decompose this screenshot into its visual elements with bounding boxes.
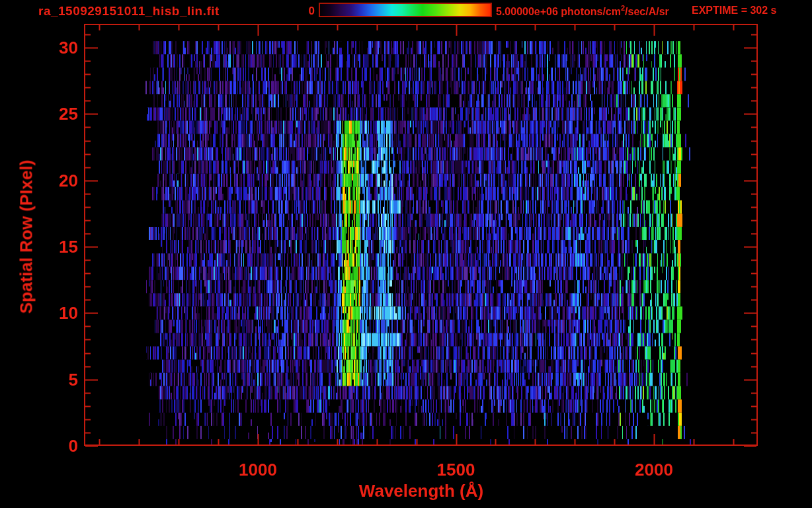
plot-window: ra_150929151011_hisb_lin.fit 0 5.00000e+… xyxy=(0,0,812,508)
spectrogram-canvas xyxy=(0,0,812,508)
x-tick-label: 1500 xyxy=(417,458,496,481)
y-tick-label: 25 xyxy=(33,103,78,125)
colorbar xyxy=(319,3,492,17)
colorbar-max-label: 5.00000e+06 photons/cm2/sec/A/sr xyxy=(496,5,669,18)
y-tick-label: 5 xyxy=(33,368,78,391)
colorbar-max-label-prefix: 5.00000e+06 photons/cm xyxy=(496,6,621,17)
filename-title: ra_150929151011_hisb_lin.fit xyxy=(38,4,220,19)
colorbar-max-label-suffix: /sec/A/sr xyxy=(625,6,669,17)
exptime-label: EXPTIME = 302 s xyxy=(692,5,777,17)
x-axis-title: Wavelength (Å) xyxy=(315,481,527,501)
colorbar-min-label: 0 xyxy=(291,5,315,18)
x-tick-label: 1000 xyxy=(218,458,298,481)
y-tick-label: 20 xyxy=(33,169,78,192)
y-tick-label: 0 xyxy=(33,435,78,457)
colorbar-max-label-superscript: 2 xyxy=(621,4,625,12)
y-tick-label: 10 xyxy=(33,302,78,324)
y-tick-label: 30 xyxy=(33,36,78,59)
y-tick-label: 15 xyxy=(33,235,78,258)
x-tick-label: 2000 xyxy=(614,458,694,481)
